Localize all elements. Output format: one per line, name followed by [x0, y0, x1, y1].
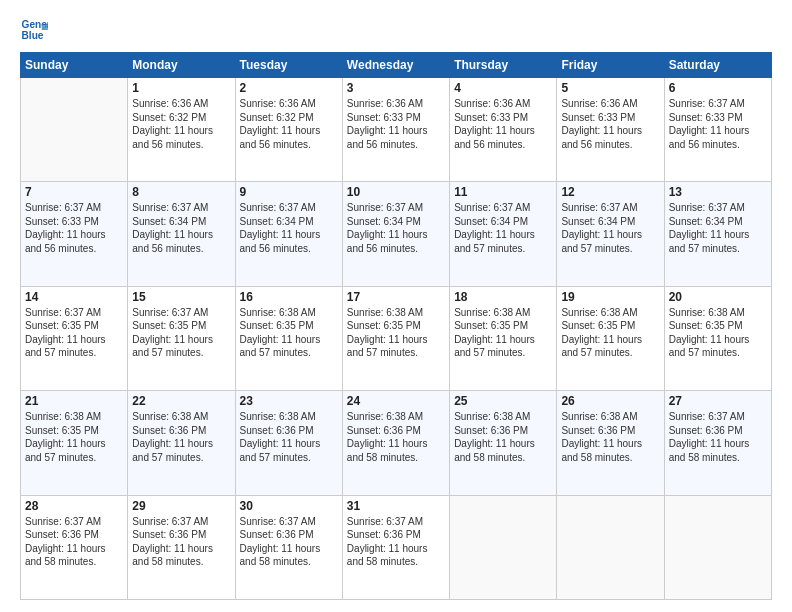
- day-number: 30: [240, 499, 338, 513]
- day-number: 1: [132, 81, 230, 95]
- calendar-day-cell: 20Sunrise: 6:38 AM Sunset: 6:35 PM Dayli…: [664, 286, 771, 390]
- day-number: 16: [240, 290, 338, 304]
- day-number: 25: [454, 394, 552, 408]
- calendar-day-cell: 26Sunrise: 6:38 AM Sunset: 6:36 PM Dayli…: [557, 391, 664, 495]
- calendar-day-cell: 8Sunrise: 6:37 AM Sunset: 6:34 PM Daylig…: [128, 182, 235, 286]
- calendar-day-cell: 13Sunrise: 6:37 AM Sunset: 6:34 PM Dayli…: [664, 182, 771, 286]
- day-info: Sunrise: 6:37 AM Sunset: 6:36 PM Dayligh…: [669, 410, 767, 464]
- calendar-week-row: 21Sunrise: 6:38 AM Sunset: 6:35 PM Dayli…: [21, 391, 772, 495]
- calendar-header-cell: Friday: [557, 53, 664, 78]
- calendar-day-cell: 10Sunrise: 6:37 AM Sunset: 6:34 PM Dayli…: [342, 182, 449, 286]
- calendar-day-cell: 6Sunrise: 6:37 AM Sunset: 6:33 PM Daylig…: [664, 78, 771, 182]
- day-info: Sunrise: 6:37 AM Sunset: 6:36 PM Dayligh…: [347, 515, 445, 569]
- day-info: Sunrise: 6:37 AM Sunset: 6:35 PM Dayligh…: [132, 306, 230, 360]
- day-info: Sunrise: 6:37 AM Sunset: 6:33 PM Dayligh…: [669, 97, 767, 151]
- day-info: Sunrise: 6:38 AM Sunset: 6:36 PM Dayligh…: [132, 410, 230, 464]
- day-number: 19: [561, 290, 659, 304]
- day-number: 6: [669, 81, 767, 95]
- day-info: Sunrise: 6:36 AM Sunset: 6:32 PM Dayligh…: [240, 97, 338, 151]
- day-info: Sunrise: 6:37 AM Sunset: 6:36 PM Dayligh…: [25, 515, 123, 569]
- day-number: 28: [25, 499, 123, 513]
- day-number: 22: [132, 394, 230, 408]
- calendar-day-cell: 23Sunrise: 6:38 AM Sunset: 6:36 PM Dayli…: [235, 391, 342, 495]
- calendar-week-row: 7Sunrise: 6:37 AM Sunset: 6:33 PM Daylig…: [21, 182, 772, 286]
- calendar-day-cell: 31Sunrise: 6:37 AM Sunset: 6:36 PM Dayli…: [342, 495, 449, 599]
- day-number: 12: [561, 185, 659, 199]
- svg-text:Blue: Blue: [22, 30, 44, 41]
- day-number: 14: [25, 290, 123, 304]
- calendar-day-cell: 3Sunrise: 6:36 AM Sunset: 6:33 PM Daylig…: [342, 78, 449, 182]
- day-number: 9: [240, 185, 338, 199]
- day-info: Sunrise: 6:36 AM Sunset: 6:32 PM Dayligh…: [132, 97, 230, 151]
- day-info: Sunrise: 6:36 AM Sunset: 6:33 PM Dayligh…: [347, 97, 445, 151]
- day-info: Sunrise: 6:38 AM Sunset: 6:35 PM Dayligh…: [25, 410, 123, 464]
- day-number: 21: [25, 394, 123, 408]
- calendar-day-cell: [557, 495, 664, 599]
- logo: General Blue: [20, 16, 50, 44]
- calendar-header-row: SundayMondayTuesdayWednesdayThursdayFrid…: [21, 53, 772, 78]
- calendar-day-cell: 22Sunrise: 6:38 AM Sunset: 6:36 PM Dayli…: [128, 391, 235, 495]
- calendar-day-cell: 18Sunrise: 6:38 AM Sunset: 6:35 PM Dayli…: [450, 286, 557, 390]
- day-number: 20: [669, 290, 767, 304]
- calendar-day-cell: 19Sunrise: 6:38 AM Sunset: 6:35 PM Dayli…: [557, 286, 664, 390]
- day-info: Sunrise: 6:37 AM Sunset: 6:36 PM Dayligh…: [132, 515, 230, 569]
- calendar-header-cell: Saturday: [664, 53, 771, 78]
- day-info: Sunrise: 6:37 AM Sunset: 6:34 PM Dayligh…: [669, 201, 767, 255]
- calendar-day-cell: 14Sunrise: 6:37 AM Sunset: 6:35 PM Dayli…: [21, 286, 128, 390]
- day-info: Sunrise: 6:37 AM Sunset: 6:35 PM Dayligh…: [25, 306, 123, 360]
- day-info: Sunrise: 6:37 AM Sunset: 6:34 PM Dayligh…: [454, 201, 552, 255]
- day-number: 31: [347, 499, 445, 513]
- day-number: 7: [25, 185, 123, 199]
- day-info: Sunrise: 6:37 AM Sunset: 6:34 PM Dayligh…: [561, 201, 659, 255]
- day-number: 29: [132, 499, 230, 513]
- header: General Blue: [20, 16, 772, 44]
- calendar-week-row: 28Sunrise: 6:37 AM Sunset: 6:36 PM Dayli…: [21, 495, 772, 599]
- day-info: Sunrise: 6:37 AM Sunset: 6:36 PM Dayligh…: [240, 515, 338, 569]
- day-info: Sunrise: 6:37 AM Sunset: 6:34 PM Dayligh…: [240, 201, 338, 255]
- calendar-week-row: 1Sunrise: 6:36 AM Sunset: 6:32 PM Daylig…: [21, 78, 772, 182]
- calendar-week-row: 14Sunrise: 6:37 AM Sunset: 6:35 PM Dayli…: [21, 286, 772, 390]
- day-info: Sunrise: 6:38 AM Sunset: 6:35 PM Dayligh…: [669, 306, 767, 360]
- calendar-day-cell: 28Sunrise: 6:37 AM Sunset: 6:36 PM Dayli…: [21, 495, 128, 599]
- calendar-day-cell: 30Sunrise: 6:37 AM Sunset: 6:36 PM Dayli…: [235, 495, 342, 599]
- calendar-day-cell: 25Sunrise: 6:38 AM Sunset: 6:36 PM Dayli…: [450, 391, 557, 495]
- day-number: 17: [347, 290, 445, 304]
- calendar-day-cell: 9Sunrise: 6:37 AM Sunset: 6:34 PM Daylig…: [235, 182, 342, 286]
- calendar-day-cell: 29Sunrise: 6:37 AM Sunset: 6:36 PM Dayli…: [128, 495, 235, 599]
- calendar-table: SundayMondayTuesdayWednesdayThursdayFrid…: [20, 52, 772, 600]
- day-number: 18: [454, 290, 552, 304]
- day-number: 11: [454, 185, 552, 199]
- day-info: Sunrise: 6:38 AM Sunset: 6:35 PM Dayligh…: [454, 306, 552, 360]
- day-info: Sunrise: 6:38 AM Sunset: 6:35 PM Dayligh…: [561, 306, 659, 360]
- day-number: 3: [347, 81, 445, 95]
- day-info: Sunrise: 6:38 AM Sunset: 6:36 PM Dayligh…: [561, 410, 659, 464]
- calendar-day-cell: [664, 495, 771, 599]
- day-number: 8: [132, 185, 230, 199]
- day-number: 5: [561, 81, 659, 95]
- calendar-day-cell: 11Sunrise: 6:37 AM Sunset: 6:34 PM Dayli…: [450, 182, 557, 286]
- day-info: Sunrise: 6:38 AM Sunset: 6:35 PM Dayligh…: [240, 306, 338, 360]
- calendar-day-cell: 7Sunrise: 6:37 AM Sunset: 6:33 PM Daylig…: [21, 182, 128, 286]
- calendar-day-cell: 17Sunrise: 6:38 AM Sunset: 6:35 PM Dayli…: [342, 286, 449, 390]
- day-info: Sunrise: 6:37 AM Sunset: 6:34 PM Dayligh…: [132, 201, 230, 255]
- calendar-day-cell: 5Sunrise: 6:36 AM Sunset: 6:33 PM Daylig…: [557, 78, 664, 182]
- calendar-day-cell: 27Sunrise: 6:37 AM Sunset: 6:36 PM Dayli…: [664, 391, 771, 495]
- calendar-day-cell: 1Sunrise: 6:36 AM Sunset: 6:32 PM Daylig…: [128, 78, 235, 182]
- calendar-header-cell: Monday: [128, 53, 235, 78]
- calendar-header-cell: Sunday: [21, 53, 128, 78]
- calendar-day-cell: [21, 78, 128, 182]
- day-number: 15: [132, 290, 230, 304]
- logo-icon: General Blue: [20, 16, 48, 44]
- day-info: Sunrise: 6:36 AM Sunset: 6:33 PM Dayligh…: [561, 97, 659, 151]
- day-number: 10: [347, 185, 445, 199]
- day-info: Sunrise: 6:38 AM Sunset: 6:36 PM Dayligh…: [240, 410, 338, 464]
- day-number: 2: [240, 81, 338, 95]
- calendar-day-cell: 12Sunrise: 6:37 AM Sunset: 6:34 PM Dayli…: [557, 182, 664, 286]
- day-number: 24: [347, 394, 445, 408]
- day-number: 23: [240, 394, 338, 408]
- calendar-header-cell: Thursday: [450, 53, 557, 78]
- day-number: 13: [669, 185, 767, 199]
- day-info: Sunrise: 6:37 AM Sunset: 6:33 PM Dayligh…: [25, 201, 123, 255]
- calendar-day-cell: 21Sunrise: 6:38 AM Sunset: 6:35 PM Dayli…: [21, 391, 128, 495]
- page: General Blue SundayMondayTuesdayWednesda…: [0, 0, 792, 612]
